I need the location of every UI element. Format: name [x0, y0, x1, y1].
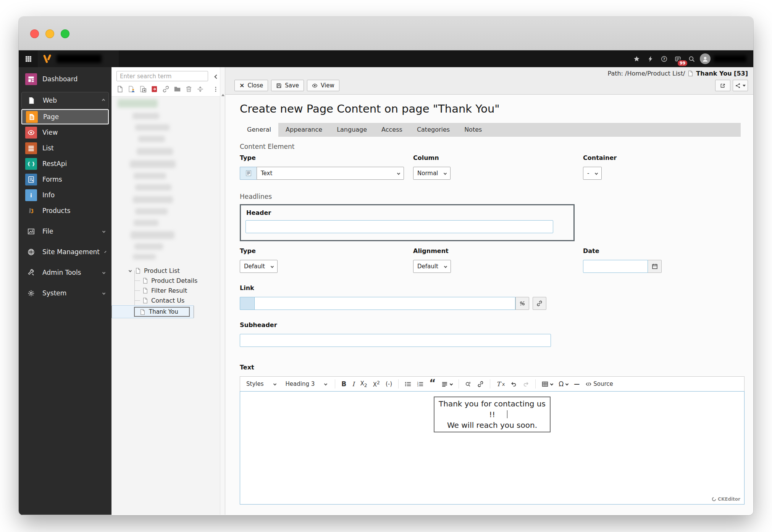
new-shortcut-page-icon[interactable]: [139, 85, 147, 93]
new-mountpoint-icon[interactable]: [151, 85, 158, 93]
subheader-input[interactable]: [240, 334, 551, 347]
find-replace-button[interactable]: [465, 380, 472, 388]
insert-link-button[interactable]: [477, 380, 484, 388]
header-input[interactable]: [245, 220, 553, 233]
tree-search-input[interactable]: [116, 71, 208, 81]
bookmark-button[interactable]: [630, 50, 643, 67]
tab-categories[interactable]: Categories: [410, 123, 457, 136]
numbered-list-button[interactable]: 123: [417, 380, 424, 388]
alignment-select[interactable]: Default: [413, 260, 451, 273]
redacted-tree-item: [135, 184, 171, 190]
tree-item-product-details[interactable]: Product Details: [111, 276, 220, 285]
redo-button[interactable]: [522, 380, 530, 388]
sidebar-item-page[interactable]: Page: [21, 109, 109, 124]
tree-scrollbar[interactable]: [220, 67, 225, 515]
header-type-select[interactable]: Default: [240, 260, 278, 273]
tab-appearance[interactable]: Appearance: [278, 123, 329, 136]
sidebar: DashboardWebPageViewList{ }RestApiFormsi…: [19, 67, 111, 515]
user-menu-button[interactable]: [698, 50, 712, 67]
search-button[interactable]: [685, 50, 698, 67]
type-select[interactable]: Text: [257, 167, 404, 180]
tab-access[interactable]: Access: [374, 123, 410, 136]
sidebar-item-view[interactable]: View: [21, 125, 109, 140]
column-select[interactable]: Normal: [413, 167, 451, 180]
tab-language[interactable]: Language: [329, 123, 374, 136]
new-page-user-section-icon[interactable]: [128, 85, 135, 93]
special-char-button[interactable]: Ω: [558, 379, 569, 389]
module-menu-button[interactable]: [19, 50, 38, 67]
horizontal-line-button[interactable]: —: [573, 380, 580, 388]
clear-cache-button[interactable]: [643, 50, 657, 67]
sidebar-item-site-management[interactable]: Site Management: [21, 244, 109, 260]
recycler-icon[interactable]: [185, 85, 192, 93]
site-logo-block[interactable]: [38, 50, 119, 67]
sidebar-item-dashboard[interactable]: Dashboard: [21, 71, 109, 87]
sidebar-item-restapi[interactable]: { }RestApi: [21, 156, 109, 171]
styles-dropdown[interactable]: Styles: [244, 379, 278, 389]
save-button[interactable]: Save: [271, 80, 304, 91]
container-select[interactable]: -: [583, 167, 602, 180]
tree-item-filter-result[interactable]: Filter Result: [111, 285, 220, 295]
redacted-tree-item: [133, 196, 173, 203]
sidebar-item-forms[interactable]: Forms: [21, 172, 109, 187]
help-button[interactable]: ?: [657, 50, 671, 67]
window-minimize-button[interactable]: [45, 29, 54, 38]
insert-table-button[interactable]: [541, 380, 553, 388]
text-label: Text: [240, 364, 741, 371]
separator-spacer-icon[interactable]: [197, 85, 204, 93]
format-dropdown-value: Heading 3: [286, 380, 315, 387]
sidebar-item-info[interactable]: iInfo: [21, 187, 109, 203]
link-browser-button[interactable]: [533, 297, 546, 310]
view-button[interactable]: View: [307, 80, 339, 91]
header-label: Header: [246, 209, 569, 216]
tree-selection-outline: Thank You: [134, 307, 190, 317]
system-information-button[interactable]: 99: [671, 50, 685, 67]
open-in-new-window-button[interactable]: [715, 80, 730, 91]
editor-text-block[interactable]: Thank you for contacting us !! We will r…: [434, 397, 551, 432]
tree-expand-icon[interactable]: [129, 269, 132, 272]
italic-button[interactable]: I: [352, 380, 355, 389]
align-justify-button[interactable]: [441, 380, 453, 388]
window-zoom-button[interactable]: [61, 29, 69, 38]
bulleted-list-button[interactable]: [404, 380, 412, 388]
sidebar-item-products[interactable]: Products: [21, 203, 109, 218]
subscript-button[interactable]: X2: [360, 379, 368, 389]
tab-notes[interactable]: Notes: [457, 123, 489, 136]
bold-button[interactable]: B: [341, 379, 347, 389]
source-button[interactable]: Source: [585, 380, 614, 388]
rich-text-editor: StylesHeading 3BIX2X2(-)123“TxΩ—Source T…: [240, 376, 745, 505]
new-link-icon[interactable]: [162, 85, 170, 93]
undo-button[interactable]: [510, 380, 517, 388]
close-button[interactable]: × Close: [234, 80, 268, 91]
sidebar-item-web[interactable]: Web: [21, 92, 109, 109]
collapse-tree-button[interactable]: [215, 73, 218, 80]
tab-general[interactable]: General: [240, 123, 278, 137]
tree-item-thank-you[interactable]: Thank You: [111, 305, 194, 318]
tree-item-product-list[interactable]: Product List: [111, 266, 220, 276]
share-button[interactable]: [733, 80, 748, 91]
caret-down-icon: [743, 85, 746, 87]
link-input[interactable]: [254, 297, 515, 310]
sidebar-item-admin-tools[interactable]: Admin Tools: [21, 265, 109, 280]
date-input[interactable]: [583, 260, 648, 273]
avatar: [700, 53, 711, 64]
new-folder-icon[interactable]: [174, 85, 181, 93]
tree-item-contact-us[interactable]: Contact Us: [111, 295, 220, 305]
soft-hyphen-button[interactable]: (-): [385, 380, 392, 388]
window-close-button[interactable]: [30, 29, 39, 38]
editor-content[interactable]: Thank you for contacting us !! We will r…: [240, 391, 745, 505]
superscript-button[interactable]: X2: [373, 379, 380, 389]
format-dropdown[interactable]: Heading 3: [283, 379, 329, 389]
svg-text:{ }: { }: [27, 161, 35, 167]
tree-more-options-button[interactable]: [213, 86, 219, 92]
blockquote-button[interactable]: “: [429, 380, 436, 387]
sidebar-item-list[interactable]: List: [21, 140, 109, 156]
sidebar-item-label: List: [42, 144, 54, 152]
sidebar-item-system[interactable]: System: [21, 285, 109, 301]
scroll-up-arrow-icon[interactable]: [221, 94, 224, 96]
link-wizard-button[interactable]: [515, 297, 529, 310]
new-page-icon[interactable]: [116, 85, 124, 93]
date-picker-button[interactable]: [648, 260, 662, 273]
sidebar-item-file[interactable]: File: [21, 224, 109, 239]
remove-format-button[interactable]: Tx: [496, 380, 505, 389]
